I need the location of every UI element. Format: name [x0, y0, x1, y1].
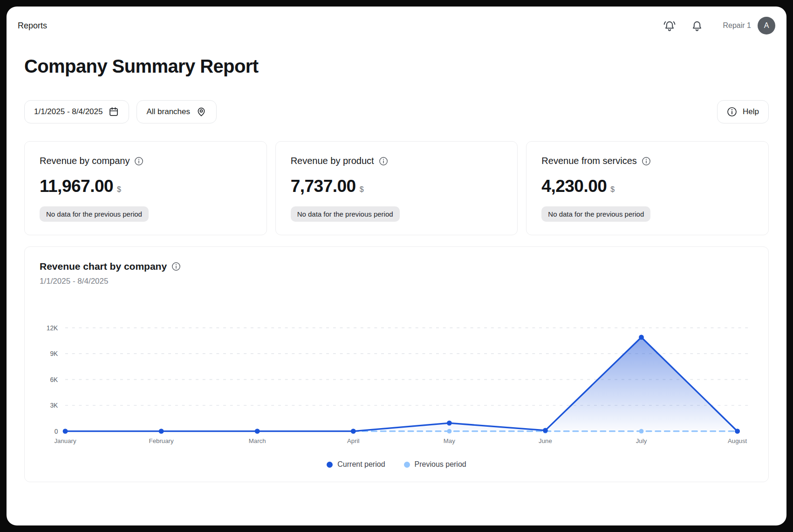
no-previous-data-badge: No data for the previous period: [291, 206, 400, 222]
branches-value: All branches: [146, 107, 190, 116]
notifications-button[interactable]: [690, 19, 704, 33]
top-bar: Reports Repair 1 A: [18, 17, 775, 34]
kpi-card-revenue-from-services: Revenue from services 4,230.00 $ No data…: [526, 141, 769, 235]
kpi-title: Revenue by company: [40, 156, 130, 166]
svg-text:March: March: [249, 437, 266, 444]
calendar-icon: [108, 106, 119, 117]
breadcrumb: Reports: [18, 21, 47, 31]
svg-text:February: February: [149, 437, 174, 444]
info-icon[interactable]: [642, 157, 651, 166]
help-label: Help: [743, 107, 759, 116]
chart-date-range: 1/1/2025 - 8/4/2025: [40, 277, 753, 286]
svg-text:6K: 6K: [50, 376, 58, 383]
kpi-value: 11,967.00: [40, 177, 113, 196]
legend-label: Current period: [337, 460, 385, 469]
date-range-value: 1/1/2025 - 8/4/2025: [34, 107, 103, 116]
account-name: Repair 1: [723, 21, 751, 30]
help-button[interactable]: Help: [717, 100, 769, 123]
svg-text:May: May: [444, 437, 455, 444]
svg-text:June: June: [539, 437, 552, 444]
branches-selector[interactable]: All branches: [137, 100, 217, 123]
chart-title: Revenue chart by company: [40, 261, 167, 272]
kpi-value: 7,737.00: [291, 177, 356, 196]
avatar[interactable]: A: [758, 17, 775, 34]
svg-text:9K: 9K: [50, 350, 58, 357]
bell-ring-icon: [663, 20, 677, 32]
info-icon[interactable]: [379, 157, 388, 166]
current-period-dot: [327, 462, 333, 468]
revenue-chart-card: Revenue chart by company 1/1/2025 - 8/4/…: [24, 246, 769, 482]
svg-text:12K: 12K: [47, 325, 58, 332]
kpi-title: Revenue by product: [291, 156, 374, 166]
currency-symbol: $: [360, 185, 364, 194]
info-icon[interactable]: [171, 262, 181, 271]
kpi-card-revenue-by-product: Revenue by product 7,737.00 $ No data fo…: [275, 141, 518, 235]
legend-item-current[interactable]: Current period: [327, 460, 385, 469]
account-menu[interactable]: Repair 1 A: [723, 17, 775, 34]
legend-item-previous[interactable]: Previous period: [404, 460, 466, 469]
svg-text:0: 0: [55, 428, 58, 435]
svg-text:January: January: [54, 437, 76, 444]
info-icon: [727, 107, 737, 117]
filter-row: 1/1/2025 - 8/4/2025 All branches Help: [24, 100, 775, 123]
location-pin-icon: [196, 106, 207, 117]
svg-text:July: July: [636, 437, 647, 444]
legend-label: Previous period: [415, 460, 466, 469]
no-previous-data-badge: No data for the previous period: [40, 206, 149, 222]
page-title: Company Summary Report: [24, 56, 775, 77]
kpi-title: Revenue from services: [541, 156, 637, 166]
no-previous-data-badge: No data for the previous period: [541, 206, 650, 222]
svg-text:August: August: [728, 437, 747, 444]
alerts-button[interactable]: [662, 19, 677, 33]
revenue-line-chart: 03K6K9K12KJanuaryFebruaryMarchAprilMayJu…: [40, 293, 753, 447]
report-page: Reports Repair 1 A Co: [7, 7, 786, 525]
top-right-controls: Repair 1 A: [662, 17, 775, 34]
kpi-card-revenue-by-company: Revenue by company 11,967.00 $ No data f…: [24, 141, 267, 235]
chart-legend: Current period Previous period: [40, 457, 753, 471]
currency-symbol: $: [117, 185, 121, 194]
info-icon[interactable]: [134, 157, 144, 166]
chart-area: 03K6K9K12KJanuaryFebruaryMarchAprilMayJu…: [40, 293, 753, 447]
svg-text:April: April: [347, 437, 360, 444]
bell-icon: [690, 20, 704, 32]
kpi-cards-row: Revenue by company 11,967.00 $ No data f…: [24, 141, 769, 235]
previous-period-dot: [404, 462, 410, 468]
svg-text:3K: 3K: [50, 402, 58, 409]
kpi-value: 4,230.00: [541, 177, 607, 196]
currency-symbol: $: [610, 185, 615, 194]
date-range-picker[interactable]: 1/1/2025 - 8/4/2025: [24, 100, 129, 123]
